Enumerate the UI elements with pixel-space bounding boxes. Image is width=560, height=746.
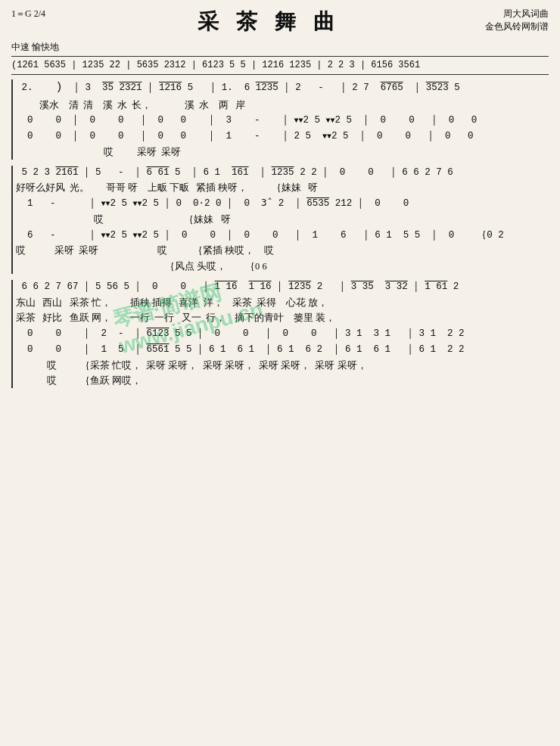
s3-r3-lyrics-pre: 哎 ｛采茶 忙哎， 采呀 采呀， 采呀 采呀， 采呀 采呀， 采呀 采呀，: [16, 359, 549, 373]
s2-r1-lyrics-pre: 好呀么好风 光。 哥哥 呀 上畈 下畈 紧插 秧呀， ｛妹妹 呀: [16, 181, 549, 195]
s2-r1-notes-pre: 5 2 3 2161 │ 5 - │ 6 61 5 │ 6 1 161 │ 12…: [16, 166, 549, 180]
s2-r3-lyrics-pre: 哎 采呀 采呀 哎 ｛紧插 秧哎， 哎: [16, 244, 549, 258]
s1-r2-notes-pre: 0 0 │ 0 0 │ 0 0 │ 3 - │ ▼▼2 5 ▼▼2 5 │ 0 …: [16, 113, 549, 128]
song-title: 采 茶 舞 曲: [198, 8, 341, 36]
s2-row1-lyrics: 好呀么好风 光。 哥哥 呀 上畈 下畈 紧插 秧呀， ｛妹妹 呀: [16, 181, 549, 195]
s1-row1-lyrics: 溪水 清 清 溪 水 长， 溪 水 两 岸: [16, 98, 549, 113]
s3-row1-lyrics-a: 东山 西山 采茶 忙， 插秧 插得 喜洋 洋， 采茶 采得 心花 放，: [16, 296, 549, 310]
s3-r1-notes-pre: 6 6 2 7 67 │ 5 56 5 │ 0 0 │ 1 16 1 16 │ …: [16, 280, 549, 294]
tempo-mark: 中速 愉快地: [11, 41, 549, 54]
s2-row3b-lyrics: ｛风点 头哎， ｛0 6: [16, 260, 549, 274]
s2-row2-notes: 1 - │ ▼▼2 5 ▼▼2 5 │ 0 0·2 0 │ 0 3̂ 2 │ 6…: [16, 197, 549, 211]
s1-r3-lyrics-pre: 哎 采呀 采呀: [16, 145, 549, 160]
s1-row1-notes: 2. ) │ 3 35 2321 │ 1216 5 │ 1. 6 1235 │ …: [16, 79, 549, 97]
s2-row3-lyrics: 哎 采呀 采呀 哎 ｛紧插 秧哎， 哎: [16, 244, 549, 258]
s3-row3b-lyrics: 哎 ｛鱼跃 网哎，: [16, 374, 549, 388]
intro-line: (1261 5635 | 1235 2̈2 | 5635 2312 | 6123…: [11, 56, 549, 75]
s1-r1-lyrics-pre: 溪水 清 清 溪 水 长， 溪 水 两 岸: [16, 98, 549, 113]
section-3: 6 6 2 7 67 │ 5 56 5 │ 0 0 │ 1 16 1 16 │ …: [11, 280, 549, 388]
s3-row3-lyrics: 哎 ｛采茶 忙哎， 采呀 采呀， 采呀 采呀， 采呀 采呀， 采呀 采呀，: [16, 359, 549, 373]
s2-row2-lyrics: 哎 ｛妹妹 呀: [16, 213, 549, 227]
composer-arranger: 周大风词曲 金色风铃网制谱: [485, 8, 549, 38]
s3-row3-notes: 0 0 │ 1 5 │ 6561 5 5 │ 6 1 6 1 │ 6 1 6 2…: [16, 343, 549, 357]
s3-r1-lyrics-b-pre: 采茶 好比 鱼跃 网， 一行 一行 又一 行， 摘下的青叶 篓里 装，: [16, 311, 549, 325]
s1-row3-notes: 0 0 │ 0 0 │ 0 0 │ 1 - │ 2 5 ▼▼2 5 │ 0 0 …: [16, 129, 549, 144]
s2-r2-lyrics-pre: 哎 ｛妹妹 呀: [16, 213, 549, 227]
s3-r3b-lyrics-pre: 哎 ｛鱼跃 网哎，: [16, 374, 549, 388]
header-info-bar: 1＝G 2/4 采 茶 舞 曲 周大风词曲 金色风铃网制谱: [11, 8, 549, 38]
s2-row1-notes: 5 2 3 2161 │ 5 - │ 6 61 5 │ 6 1 161 │ 12…: [16, 166, 549, 180]
intro-notes: (1261 5635 | 1235 2̈2 | 5635 2312 | 6123…: [11, 60, 420, 70]
s1-r1-notes-pre: 2. ) │ 3 35 2321 │ 1216 5 │ 1. 6 1235 │ …: [16, 79, 549, 97]
s3-r1-lyrics-a-pre: 东山 西山 采茶 忙， 插秧 插得 喜洋 洋， 采茶 采得 心花 放，: [16, 296, 549, 310]
s3-row1-notes: 6 6 2 7 67 │ 5 56 5 │ 0 0 │ 1 16 1 16 │ …: [16, 280, 549, 294]
s2-r2-notes-pre: 1 - │ ▼▼2 5 ▼▼2 5 │ 0 0·2 0 │ 0 3̂ 2 │ 6…: [16, 197, 549, 211]
s3-row2-notes: 0 0 │ 2 - │ 6123 5 5 │ 0 0 │ 0 0 │ 3 1 3…: [16, 327, 549, 341]
composer: 周大风词曲: [485, 8, 549, 20]
s3-r2-notes-pre: 0 0 │ 2 - │ 6123 5 5 │ 0 0 │ 0 0 │ 3 1 3…: [16, 327, 549, 341]
s2-row3-notes: 6 - │ ▼▼2 5 ▼▼2 5 │ 0 0 │ 0 0 │ 1 6 │ 6 …: [16, 228, 549, 243]
key-signature: 1＝G 2/4: [11, 8, 45, 19]
arranger: 金色风铃网制谱: [485, 20, 549, 33]
s3-row1-lyrics-b: 采茶 好比 鱼跃 网， 一行 一行 又一 行， 摘下的青叶 篓里 装，: [16, 311, 549, 325]
s1-row2-notes: 0 0 │ 0 0 │ 0 0 │ 3 - │ ▼▼2 5 ▼▼2 5 │ 0 …: [16, 113, 549, 128]
s1-r3-notes-pre: 0 0 │ 0 0 │ 0 0 │ 1 - │ 2 5 ▼▼2 5 │ 0 0 …: [16, 129, 549, 144]
section-1: 2. ) │ 3 35 2321 │ 1216 5 │ 1. 6 1235 │ …: [11, 79, 549, 160]
page-header: 1＝G 2/4 采 茶 舞 曲 周大风词曲 金色风铃网制谱 中速 愉快地: [11, 8, 549, 54]
s3-r3-notes-pre: 0 0 │ 1 5 │ 6561 5 5 │ 6 1 6 1 │ 6 1 6 2…: [16, 343, 549, 357]
s2-r3b-lyrics-pre: ｛风点 头哎， ｛0 6: [16, 260, 549, 274]
s1-row3-lyrics: 哎 采呀 采呀: [16, 145, 549, 160]
section-2: 5 2 3 2161 │ 5 - │ 6 61 5 │ 6 1 161 │ 12…: [11, 166, 549, 274]
s2-r3-notes-pre: 6 - │ ▼▼2 5 ▼▼2 5 │ 0 0 │ 0 0 │ 1 6 │ 6 …: [16, 228, 549, 243]
key-tempo-info: 1＝G 2/4: [11, 8, 52, 38]
